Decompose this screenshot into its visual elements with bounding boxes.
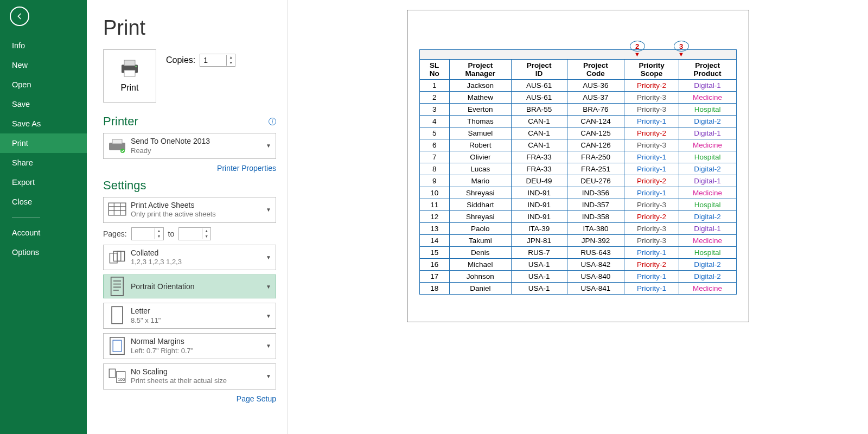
pages-label: Pages: — [103, 229, 127, 238]
pages-to-up[interactable]: ▲ — [202, 228, 210, 234]
margins-title: Normal Margins — [131, 337, 266, 347]
print-button[interactable]: Print — [103, 49, 156, 103]
chevron-down-icon: ▼ — [266, 284, 271, 290]
table-header: ProjectCode — [567, 60, 624, 80]
copies-spinner[interactable]: ▲ ▼ — [200, 54, 235, 67]
pages-to-down[interactable]: ▼ — [202, 234, 210, 239]
table-row: 5SamuelCAN-1CAN-125Priority-2Digital-1 — [419, 127, 736, 139]
table-row: 16MichaelUSA-1USA-842Priority-2Digital-2 — [419, 259, 736, 271]
svg-rect-5 — [112, 139, 122, 144]
backstage-sidebar: InfoNewOpenSaveSave AsPrintShareExportCl… — [0, 0, 87, 434]
margins-dropdown[interactable]: Normal MarginsLeft: 0.7" Right: 0.7" ▼ — [103, 333, 276, 359]
pages-to-spinner[interactable]: ▲▼ — [178, 227, 211, 240]
pages-from-down[interactable]: ▼ — [155, 234, 163, 239]
table-row: 11SiddhartIND-91IND-357Priority-3Hospita… — [419, 199, 736, 211]
arrow-left-icon — [15, 11, 24, 21]
sidebar-separator — [12, 217, 40, 218]
preview-table: SLNoProjectManagerProjectIDProjectCodePr… — [419, 49, 737, 295]
table-header: ProjectID — [511, 60, 567, 80]
scaling-dropdown[interactable]: 100 No ScalingPrint sheets at their actu… — [103, 363, 276, 390]
preview-page: 2▼ 3▼ SLNoProjectManagerProjectIDProject… — [407, 10, 749, 322]
chevron-down-icon: ▼ — [266, 313, 271, 319]
sidebar-item-open[interactable]: Open — [0, 75, 87, 94]
paper-icon — [108, 308, 126, 324]
sidebar-item-options[interactable]: Options — [0, 242, 87, 262]
scaling-icon: 100 — [108, 368, 126, 385]
table-row: 7OlivierFRA-33FRA-250Priority-1Hospital — [419, 151, 736, 163]
table-row: 13PaoloITA-39ITA-380Priority-3Digital-1 — [419, 223, 736, 235]
svg-rect-15 — [111, 277, 124, 296]
table-row: 2MathewAUS-61AUS-37Priority-3Medicine — [419, 92, 736, 104]
svg-point-6 — [120, 149, 125, 153]
annotation-2: 2▼ — [630, 41, 645, 58]
svg-rect-22 — [113, 340, 122, 352]
table-header: ProjectProduct — [679, 60, 736, 80]
pages-from-up[interactable]: ▲ — [155, 228, 163, 234]
table-row: 9MarioDEU-49DEU-276Priority-2Digital-1 — [419, 175, 736, 187]
scaling-title: No Scaling — [131, 367, 266, 377]
copies-up[interactable]: ▲ — [227, 55, 235, 60]
table-header: SLNo — [419, 60, 449, 80]
sidebar-item-account[interactable]: Account — [0, 223, 87, 242]
chevron-down-icon: ▼ — [266, 254, 271, 260]
sidebar-item-print[interactable]: Print — [0, 133, 87, 153]
copies-input[interactable] — [200, 54, 226, 66]
paper-title: Letter — [131, 307, 266, 316]
chevron-down-icon: ▼ — [266, 373, 271, 379]
sidebar-item-new[interactable]: New — [0, 55, 87, 75]
print-what-title: Print Active Sheets — [131, 201, 266, 210]
svg-rect-2 — [124, 70, 135, 76]
paper-size-dropdown[interactable]: Letter8.5" x 11" ▼ — [103, 303, 276, 329]
svg-rect-20 — [112, 307, 123, 323]
table-header: PriorityScope — [624, 60, 679, 80]
page-title: Print — [103, 16, 276, 40]
printer-name: Send To OneNote 2013 — [131, 137, 266, 146]
collation-dropdown[interactable]: Collated1,2,3 1,2,3 1,2,3 ▼ — [103, 245, 276, 271]
print-button-label: Print — [121, 83, 139, 93]
scaling-sub: Print sheets at their actual size — [131, 376, 266, 385]
sidebar-item-save-as[interactable]: Save As — [0, 114, 87, 133]
chevron-down-icon: ▼ — [266, 143, 271, 149]
printer-device-icon — [108, 138, 126, 154]
margins-icon — [108, 338, 126, 354]
table-row: 4ThomasCAN-1CAN-124Priority-1Digital-2 — [419, 116, 736, 127]
pages-from-input[interactable] — [132, 228, 155, 240]
sidebar-item-export[interactable]: Export — [0, 173, 87, 192]
printer-properties-link[interactable]: Printer Properties — [217, 164, 276, 173]
sidebar-item-close[interactable]: Close — [0, 192, 87, 212]
printer-status: Ready — [131, 146, 266, 155]
pages-to-input[interactable] — [179, 228, 202, 240]
chevron-down-icon: ▼ — [266, 343, 271, 349]
table-row: 10ShreyasiIND-91IND-356Priority-1Medicin… — [419, 187, 736, 199]
printer-dropdown[interactable]: Send To OneNote 2013 Ready ▼ — [103, 133, 276, 159]
copies-label: Copies: — [166, 55, 195, 65]
annotation-3: 3▼ — [674, 41, 689, 58]
page-setup-link[interactable]: Page Setup — [237, 394, 276, 403]
printer-section-title: Printer — [103, 114, 138, 129]
back-button[interactable] — [10, 7, 29, 26]
print-what-dropdown[interactable]: Print Active SheetsOnly print the active… — [103, 197, 276, 223]
svg-rect-1 — [124, 60, 135, 66]
margins-sub: Left: 0.7" Right: 0.7" — [131, 347, 266, 355]
paper-sub: 8.5" x 11" — [131, 316, 266, 325]
orientation-title: Portrait Orientation — [131, 282, 266, 292]
print-what-sub: Only print the active sheets — [131, 210, 266, 219]
collated-icon — [108, 249, 126, 265]
svg-text:100: 100 — [118, 377, 125, 382]
table-header: ProjectManager — [449, 60, 511, 80]
collation-title: Collated — [131, 248, 266, 258]
sidebar-item-save[interactable]: Save — [0, 94, 87, 114]
printer-icon — [119, 59, 141, 78]
chevron-down-icon: ▼ — [266, 207, 271, 213]
sidebar-item-share[interactable]: Share — [0, 153, 87, 173]
table-row: 15DenisRUS-7RUS-643Priority-1Hospital — [419, 247, 736, 259]
orientation-dropdown[interactable]: Portrait Orientation ▼ — [103, 275, 276, 298]
sidebar-item-info[interactable]: Info — [0, 36, 87, 55]
table-row: 8LucasFRA-33FRA-251Priority-1Digital-2 — [419, 163, 736, 175]
pages-from-spinner[interactable]: ▲▼ — [131, 227, 164, 240]
copies-down[interactable]: ▼ — [227, 60, 235, 66]
collation-sub: 1,2,3 1,2,3 1,2,3 — [131, 258, 266, 266]
table-row: 12ShreyasiIND-91IND-358Priority-2Digital… — [419, 211, 736, 223]
info-icon[interactable]: i — [269, 118, 276, 125]
table-row: 14TakumiJPN-81JPN-392Priority-3Medicine — [419, 235, 736, 247]
